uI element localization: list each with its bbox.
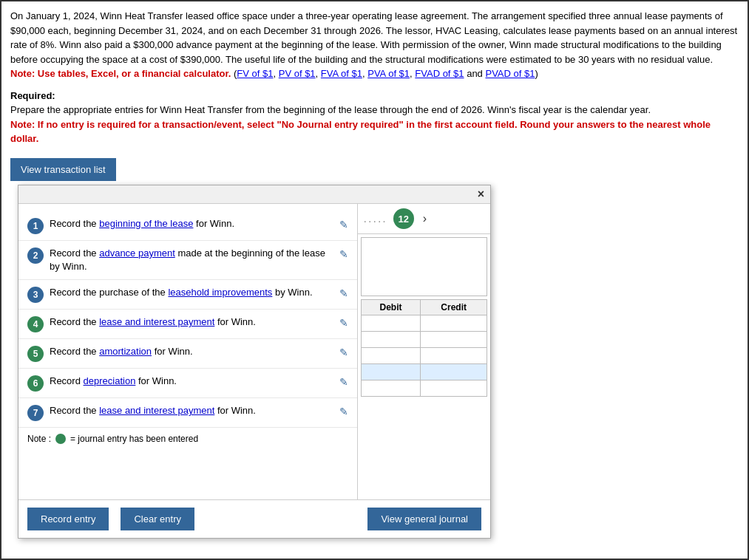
- journal-content: Debit Credit: [358, 234, 490, 499]
- edit-icon-6[interactable]: ✎: [339, 376, 348, 388]
- transaction-list: 1 Record the beginning of the lease for …: [18, 204, 358, 499]
- debit-header: Debit: [361, 300, 421, 315]
- debit-cell-1[interactable]: [361, 315, 421, 332]
- link-fva[interactable]: FVA of $1: [321, 68, 362, 79]
- credit-cell-3[interactable]: [421, 348, 487, 364]
- transaction-item-1: 1 Record the beginning of the lease for …: [18, 211, 357, 241]
- view-general-journal-button[interactable]: View general journal: [367, 508, 481, 530]
- transaction-num-3: 3: [27, 287, 44, 303]
- journal-row-5: [361, 380, 487, 397]
- modal-footer: Record entry Clear entry View general jo…: [18, 499, 490, 538]
- modal-panel: × 1 Record the beginning of the lease fo…: [18, 185, 491, 539]
- required-label: Required:: [10, 90, 55, 101]
- debit-cell-5[interactable]: [361, 380, 421, 397]
- journal-row-3: [361, 348, 487, 364]
- transaction-text-3: Record the purchase of the leasehold imp…: [50, 286, 333, 299]
- link-pv[interactable]: PV of $1: [279, 68, 316, 79]
- transaction-item-2: 2 Record the advance payment made at the…: [18, 241, 357, 280]
- note-label: Note :: [27, 434, 51, 444]
- transaction-text-4: Record the lease and interest payment fo…: [50, 315, 333, 329]
- journal-panel: ..... 12 › Debit Credit: [358, 204, 490, 499]
- debit-cell-3[interactable]: [361, 348, 421, 364]
- credit-header: Credit: [421, 300, 487, 315]
- transaction-item-6: 6 Record depreciation for Winn. ✎: [18, 369, 357, 398]
- debit-cell-2[interactable]: [361, 332, 421, 348]
- link-lease-interest-7[interactable]: lease and interest payment: [99, 405, 214, 416]
- link-advance[interactable]: advance payment: [99, 247, 175, 259]
- credit-cell-5[interactable]: [421, 380, 487, 397]
- transaction-text-2: Record the advance payment made at the b…: [50, 247, 333, 273]
- clear-entry-button[interactable]: Clear entry: [121, 508, 194, 530]
- link-fvad[interactable]: FVAD of $1: [415, 68, 464, 79]
- modal-body: 1 Record the beginning of the lease for …: [18, 204, 490, 499]
- page-badge: 12: [393, 208, 414, 229]
- modal-close-bar: ×: [18, 185, 490, 204]
- intro-paragraph: On January 1, 2024, Winn Heat Transfer l…: [10, 9, 739, 81]
- link-lease-interest-4[interactable]: lease and interest payment: [99, 316, 214, 327]
- note-red-text: Note: Use tables, Excel, or a financial …: [10, 68, 234, 79]
- edit-icon-2[interactable]: ✎: [339, 248, 348, 260]
- link-amortization[interactable]: amortization: [99, 346, 152, 357]
- journal-row-4: [361, 364, 487, 380]
- intro-text-content: On January 1, 2024, Winn Heat Transfer l…: [10, 10, 737, 65]
- transaction-text-6: Record depreciation for Winn.: [50, 375, 333, 388]
- required-text: Prepare the appropriate entries for Winn…: [10, 104, 651, 115]
- link-leasehold[interactable]: leasehold improvements: [168, 287, 272, 298]
- edit-icon-4[interactable]: ✎: [339, 317, 348, 329]
- transaction-num-4: 4: [27, 316, 44, 332]
- link-pvad[interactable]: PVAD of $1: [485, 68, 535, 79]
- journal-text-area: [361, 237, 487, 296]
- note-row: Note : = journal entry has been entered: [18, 428, 357, 450]
- view-transaction-button[interactable]: View transaction list: [10, 158, 116, 181]
- required-section: Required: Prepare the appropriate entrie…: [10, 89, 739, 146]
- main-content: On January 1, 2024, Winn Heat Transfer l…: [1, 1, 748, 188]
- link-pva[interactable]: PVA of $1: [367, 68, 410, 79]
- transaction-num-2: 2: [27, 247, 44, 264]
- note-description: = journal entry has been entered: [70, 434, 198, 444]
- green-dot-icon: [55, 434, 66, 444]
- link-depreciation[interactable]: depreciation: [84, 375, 136, 386]
- transaction-item-7: 7 Record the lease and interest payment …: [18, 398, 357, 428]
- credit-cell-2[interactable]: [421, 332, 487, 348]
- journal-table: Debit Credit: [361, 299, 487, 397]
- credit-cell-1[interactable]: [421, 315, 487, 332]
- edit-icon-3[interactable]: ✎: [339, 287, 348, 299]
- transaction-num-5: 5: [27, 346, 44, 362]
- required-bold-note: Note: If no entry is required for a tran…: [10, 119, 711, 145]
- journal-row-1: [361, 315, 487, 332]
- journal-row-2: [361, 332, 487, 348]
- edit-icon-1[interactable]: ✎: [339, 219, 348, 231]
- link-fv[interactable]: FV of $1: [237, 68, 273, 79]
- transaction-text-1: Record the beginning of the lease for Wi…: [50, 217, 333, 231]
- transaction-item-4: 4 Record the lease and interest payment …: [18, 310, 357, 339]
- nav-arrow-icon[interactable]: ›: [423, 212, 427, 225]
- transaction-num-7: 7: [27, 405, 44, 421]
- transaction-text-7: Record the lease and interest payment fo…: [50, 404, 333, 417]
- transaction-item-5: 5 Record the amortization for Winn. ✎: [18, 339, 357, 369]
- journal-header: ..... 12 ›: [358, 204, 490, 234]
- transaction-item-3: 3 Record the purchase of the leasehold i…: [18, 280, 357, 310]
- record-entry-button[interactable]: Record entry: [27, 508, 109, 530]
- credit-cell-4[interactable]: [421, 364, 487, 380]
- dots-nav: .....: [364, 212, 387, 225]
- edit-icon-7[interactable]: ✎: [339, 406, 348, 417]
- transaction-text-5: Record the amortization for Winn.: [50, 345, 333, 358]
- transaction-num-1: 1: [27, 218, 44, 234]
- debit-cell-4[interactable]: [361, 364, 421, 380]
- transaction-num-6: 6: [27, 375, 44, 392]
- link-beginning[interactable]: beginning of the lease: [99, 218, 193, 229]
- modal-close-button[interactable]: ×: [478, 188, 484, 200]
- edit-icon-5[interactable]: ✎: [339, 346, 348, 358]
